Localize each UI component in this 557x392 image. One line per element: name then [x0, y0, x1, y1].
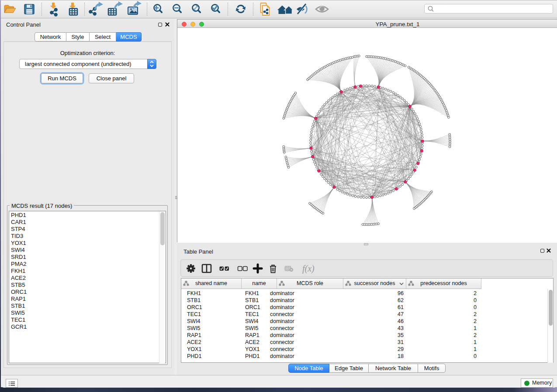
- svg-text:f(x): f(x): [302, 264, 315, 274]
